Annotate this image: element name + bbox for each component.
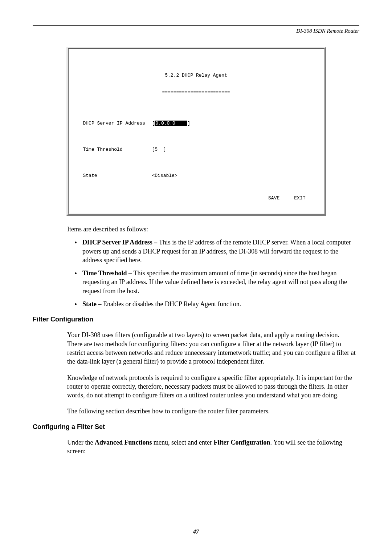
config-text-d: Filter Configuration [213,439,270,446]
item-text-state: – Enables or disables the DHCP Relay Age… [97,300,241,308]
filter-paragraph-2: Knowledge of network protocols is requir… [67,373,356,400]
filter-paragraph-1: Your DI-308 uses filters (configurable a… [67,331,356,366]
document-page: DI-308 ISDN Remote Router 5.2.2 DHCP Rel… [0,0,392,481]
time-value[interactable]: [5 ] [152,147,166,152]
body-content: Items are described as follows: DHCP Ser… [67,225,356,308]
header-rule [33,25,359,26]
ip-label: DHCP Server IP Address [83,121,152,126]
section-heading-filter: Filter Configuration [33,316,359,323]
exit-button[interactable]: EXIT [294,195,305,201]
section-heading-configuring: Configuring a Filter Set [33,423,359,431]
intro-text: Items are described as follows: [67,225,356,234]
time-label: Time Threshold [83,147,152,152]
save-button[interactable]: SAVE [268,195,279,201]
terminal-content: 5.2.2 DHCP Relay Agent =================… [68,48,324,214]
header-product-name: DI-308 ISDN Remote Router [33,28,359,34]
page-number: 47 [33,528,359,535]
terminal-row-time: Time Threshold [5 ] [83,147,309,152]
filter-section-body: Your DI-308 uses filters (configurable a… [67,331,356,416]
list-item: State – Enables or disables the DHCP Rel… [74,300,356,308]
config-section-body: Under the Advanced Functions menu, selec… [67,438,356,456]
config-text-c: menu, select and enter [152,439,214,446]
item-label-time: Time Threshold – [82,270,134,277]
config-paragraph-1: Under the Advanced Functions menu, selec… [67,438,356,456]
config-text-a: Under the [67,439,95,446]
terminal-footer: SAVE EXIT [268,195,305,201]
terminal-row-state: State <Disable> [83,173,309,178]
state-label: State [83,173,152,178]
terminal-title: 5.2.2 DHCP Relay Agent [83,73,309,78]
footer-rule [33,526,359,526]
list-item: DHCP Server IP Address – This is the IP … [74,238,356,264]
config-text-b: Advanced Functions [95,439,152,446]
terminal-row-ip: DHCP Server IP Address [0.0.0.0] [83,121,309,126]
item-label-dhcp: DHCP Server IP Address – [82,239,159,246]
ip-value-wrap: [0.0.0.0] [152,121,191,126]
state-value[interactable]: <Disable> [152,173,177,178]
filter-paragraph-3: The following section describes how to c… [67,407,356,416]
terminal-window: 5.2.2 DHCP Relay Agent =================… [66,47,326,216]
item-label-state: State [82,300,97,308]
list-item: Time Threshold – This specifies the maxi… [74,269,356,295]
page-footer: 47 [33,526,359,535]
terminal-title-underline: ======================== [83,90,309,95]
description-list: DHCP Server IP Address – This is the IP … [74,238,356,308]
ip-input-field[interactable]: 0.0.0.0 [155,121,187,126]
